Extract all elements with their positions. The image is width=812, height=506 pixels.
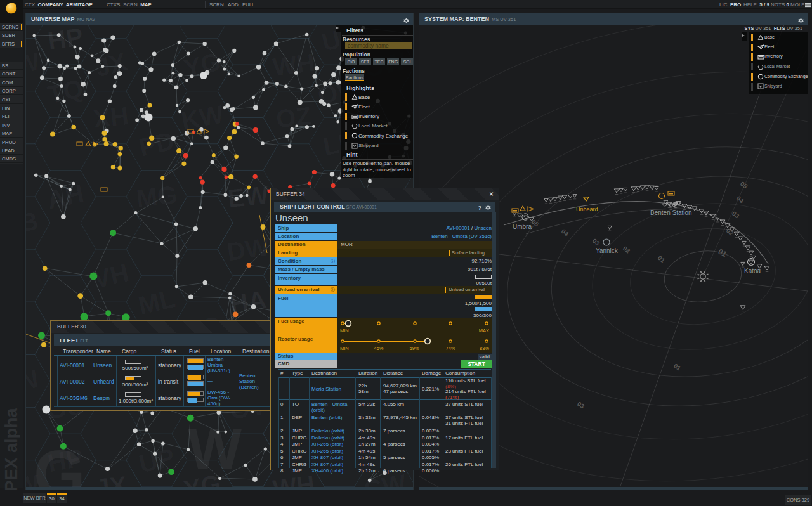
svg-text:03: 03	[731, 210, 741, 220]
svg-text:G: G	[34, 437, 86, 490]
svg-text:TQ: TQ	[45, 74, 86, 108]
svg-text:Benten Station: Benten Station	[650, 209, 692, 216]
svg-text:ML: ML	[136, 284, 178, 320]
svg-text:03: 03	[576, 400, 586, 410]
svg-text:MG: MG	[135, 181, 179, 212]
svg-text:PB: PB	[274, 25, 313, 29]
svg-text:03: 03	[591, 237, 601, 247]
svg-text:02: 02	[622, 245, 632, 255]
svg-text:Umbra: Umbra	[513, 223, 532, 230]
svg-text:01: 01	[672, 362, 683, 372]
svg-text:PG: PG	[181, 25, 223, 29]
svg-text:01: 01	[657, 254, 667, 264]
svg-text:JX: JX	[93, 48, 129, 82]
svg-text:Katoa: Katoa	[744, 268, 761, 275]
svg-text:PD: PD	[136, 126, 177, 161]
svg-text:Unheard: Unheard	[576, 206, 598, 212]
svg-text:05: 05	[739, 180, 749, 190]
svg-text:AN: AN	[26, 365, 40, 398]
svg-text:UB: UB	[26, 207, 40, 240]
svg-text:01: 01	[717, 247, 729, 259]
svg-text:GC: GC	[26, 25, 41, 30]
svg-text:Yannick: Yannick	[596, 247, 619, 254]
svg-text:OV: OV	[90, 25, 132, 30]
svg-text:FW: FW	[26, 47, 42, 82]
svg-text:XH: XH	[92, 101, 130, 133]
svg-text:04: 04	[560, 228, 570, 238]
